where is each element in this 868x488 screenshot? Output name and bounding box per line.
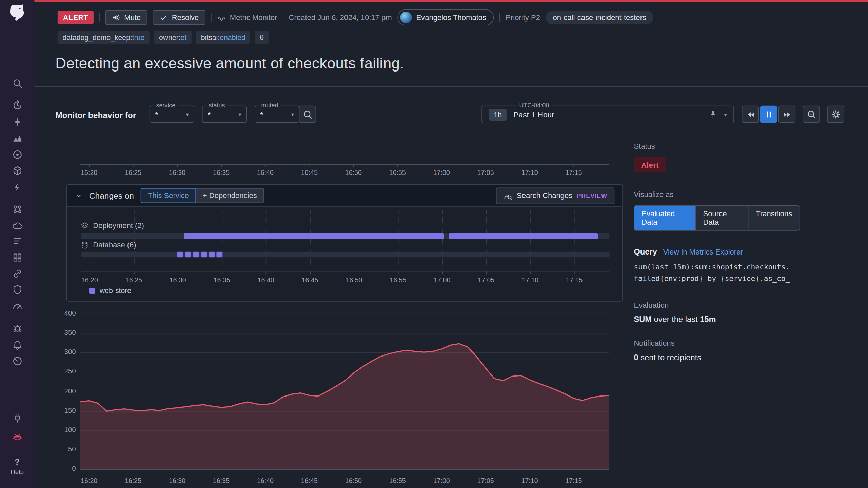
forward-icon: [782, 109, 792, 119]
bugs-icon[interactable]: [0, 320, 34, 337]
panel-gridline: [486, 210, 487, 270]
tag-pill[interactable]: datadog_demo_keep:true: [58, 31, 150, 44]
search-icon[interactable]: [0, 75, 34, 91]
change-event-bar[interactable]: [177, 252, 183, 257]
history-icon[interactable]: [0, 97, 34, 114]
query-label: Query: [634, 247, 657, 256]
visualize-option-transitions[interactable]: Transitions: [748, 206, 799, 230]
logs-icon[interactable]: [0, 232, 34, 249]
pause-button[interactable]: [760, 106, 777, 123]
processes-icon[interactable]: [0, 201, 34, 218]
changes-panel-body: Deployment (2) Database (6) 16:2016:2516…: [67, 207, 623, 301]
visualize-option-source-data[interactable]: Source Data: [695, 206, 748, 230]
chevron-down-icon[interactable]: [75, 192, 82, 200]
zoom-out-button[interactable]: [803, 106, 820, 123]
datadog-logo[interactable]: [8, 4, 27, 23]
y-tick-label: 300: [53, 348, 76, 356]
chart-x-axis: 16:2016:2516:3016:3516:4016:4516:5016:55…: [80, 473, 609, 487]
security-icon[interactable]: [0, 281, 34, 298]
axis-tick-label: 16:35: [213, 477, 230, 485]
filter-dropdowns: service*▾status*▾muted*▾: [150, 106, 299, 123]
view-in-metrics-explorer-link[interactable]: View in Metrics Explorer: [663, 248, 743, 256]
resolve-button[interactable]: Resolve: [153, 10, 205, 25]
axis-tick: [134, 272, 134, 274]
tag-pill[interactable]: owner:et: [154, 31, 192, 44]
axis-tick: [354, 272, 355, 274]
metric-timeseries-chart: 050100150200250300350400: [80, 314, 609, 469]
search-icon: [302, 109, 312, 119]
bits-ai-icon[interactable]: [0, 114, 34, 130]
avatar: [400, 12, 412, 23]
status-label: Status: [634, 142, 800, 150]
axis-tick-label: 17:15: [566, 276, 583, 284]
metrics-icon[interactable]: [0, 129, 34, 146]
axis-tick: [574, 165, 574, 167]
axis-tick: [178, 272, 178, 274]
change-event-bar[interactable]: [185, 252, 191, 257]
change-event-bar[interactable]: [217, 252, 223, 257]
integrations-icon[interactable]: [0, 249, 34, 266]
change-event-bar[interactable]: [209, 252, 215, 257]
time-range-selector[interactable]: UTC-04:00 1h Past 1 Hour ▾: [481, 106, 734, 123]
monitors-icon[interactable]: [0, 337, 34, 353]
rewind-button[interactable]: [742, 106, 759, 123]
pin-icon[interactable]: [709, 110, 717, 119]
axis-tick: [133, 165, 134, 167]
owner-name: Evangelos Thomatos: [416, 13, 486, 21]
watchdog-icon[interactable]: [0, 146, 34, 163]
tab-dependencies[interactable]: + Dependencies: [196, 188, 264, 203]
help-button[interactable]: ? Help: [0, 457, 34, 475]
tab-this-service[interactable]: This Service: [141, 188, 196, 203]
mute-button[interactable]: Mute: [105, 10, 147, 25]
performance-icon[interactable]: [0, 298, 34, 314]
zoom-out-icon: [806, 109, 816, 119]
database-lane: [81, 252, 609, 257]
chevron-down-icon[interactable]: ▾: [724, 111, 727, 118]
separator: [99, 13, 100, 22]
change-event-bar[interactable]: [201, 252, 207, 257]
axis-tick-label: 17:10: [522, 276, 538, 284]
chevron-down-icon: ▾: [291, 111, 294, 117]
filter-dropdown-status[interactable]: status*▾: [202, 106, 247, 123]
team-tag-pill[interactable]: on-call-case-incident-testers: [546, 11, 653, 24]
axis-tick: [442, 272, 443, 274]
monitor-header-toolbar: ALERT Mute Resolve Metric Monitor Create…: [58, 9, 654, 25]
axis-tick-label: 16:30: [169, 477, 185, 485]
events-icon[interactable]: [0, 179, 34, 195]
priority-label: Priority P2: [506, 13, 540, 21]
status-badge: Alert: [634, 157, 666, 173]
owner-pill[interactable]: Evangelos Thomatos: [397, 9, 494, 25]
tag-pill[interactable]: bitsai:enabled: [196, 31, 250, 44]
axis-tick: [266, 272, 267, 274]
tag-pill[interactable]: θ: [255, 31, 269, 44]
invader-icon[interactable]: [0, 429, 34, 445]
panel-gridline: [574, 210, 575, 270]
timeline-axis-top: 16:2016:2516:3016:3516:4016:4516:5016:55…: [80, 164, 609, 179]
layers-icon: [81, 222, 88, 229]
synthetics-icon[interactable]: [0, 265, 34, 282]
change-event-bar[interactable]: [449, 233, 598, 239]
legend-item-web-store[interactable]: web-store: [89, 287, 131, 295]
axis-tick-label: 16:40: [257, 477, 274, 485]
change-event-bar[interactable]: [184, 233, 444, 239]
chevron-down-icon: ▾: [239, 111, 241, 117]
forward-button[interactable]: [778, 106, 796, 123]
dial-icon[interactable]: [0, 352, 34, 369]
time-range-label: Past 1 Hour: [513, 110, 554, 119]
visualize-option-evaluated-data[interactable]: Evaluated Data: [634, 206, 695, 230]
y-tick-label: 0: [53, 465, 76, 472]
filter-dropdown-service[interactable]: service*▾: [150, 106, 194, 123]
search-changes-button[interactable]: Search Changes PREVIEW: [496, 187, 615, 204]
settings-button[interactable]: [827, 106, 844, 123]
area-chart: [80, 314, 609, 469]
change-event-bar[interactable]: [193, 252, 199, 257]
panel-gridline: [398, 210, 399, 270]
axis-tick: [265, 165, 266, 167]
plug-icon[interactable]: [0, 409, 34, 426]
serverless-icon[interactable]: [0, 218, 34, 234]
timeline-axis-panel: 16:2016:2516:3016:3516:4016:4516:5016:55…: [81, 272, 609, 286]
alert-status-badge: ALERT: [58, 11, 94, 24]
infrastructure-icon[interactable]: [0, 162, 34, 179]
filter-dropdown-muted[interactable]: muted*▾: [255, 106, 299, 123]
filter-search-button[interactable]: [299, 106, 316, 123]
